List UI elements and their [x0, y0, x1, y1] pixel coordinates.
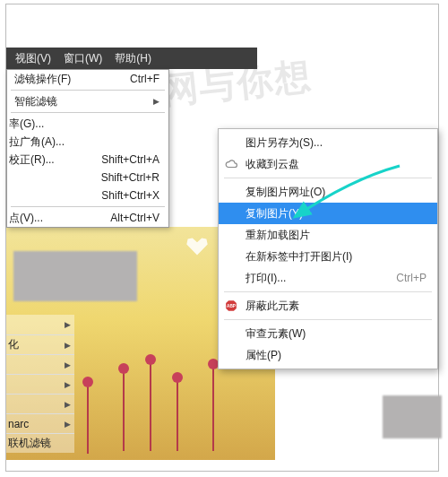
side-item-label: 联机滤镜: [8, 436, 51, 451]
menu-item[interactable]: 拉广角(A)...: [7, 133, 168, 151]
menu-item-shortcut: Shift+Ctrl+X: [101, 189, 159, 202]
ctx-save-to-cloud[interactable]: 收藏到云盘: [219, 153, 437, 175]
side-item-label: 化: [8, 337, 19, 352]
ctx-item-label: 复制图片网址(O): [246, 185, 325, 200]
flower-decoration: [177, 379, 178, 451]
side-item[interactable]: 化▶: [6, 334, 74, 354]
submenu-arrow-icon: ▶: [65, 360, 71, 369]
side-item[interactable]: narc▶: [6, 413, 74, 433]
side-item[interactable]: ▶: [6, 394, 74, 413]
side-item[interactable]: ▶: [6, 315, 74, 334]
menu-separator: [224, 178, 432, 178]
menu-separator: [224, 319, 432, 320]
app-menubar: 视图(V) 窗口(W) 帮助(H): [6, 48, 257, 69]
ctx-item-label: 重新加载图片: [246, 228, 310, 243]
menu-item-label: 拉广角(A)...: [9, 134, 65, 150]
abp-icon: ABP: [224, 299, 238, 313]
menu-item-label: 点(V)...: [9, 211, 43, 226]
menu-window[interactable]: 窗口(W): [64, 51, 102, 66]
ctx-properties[interactable]: 属性(P): [219, 344, 437, 366]
side-item[interactable]: 联机滤镜: [6, 433, 74, 453]
ctx-item-label: 收藏到云盘: [246, 157, 299, 172]
filter-dropdown-menu: 滤镜操作(F) Ctrl+F 智能滤镜 ▶ 率(G)... 拉广角(A)... …: [6, 69, 169, 228]
ctx-item-label: 属性(P): [246, 348, 281, 363]
context-menu: 图片另存为(S)... 收藏到云盘 复制图片网址(O) 复制图片(Y) 重新加载…: [218, 128, 438, 369]
ctx-inspect-element[interactable]: 审查元素(W): [219, 323, 437, 344]
censored-region: [13, 251, 137, 301]
submenu-arrow-icon: ▶: [153, 97, 159, 106]
menu-separator: [11, 112, 165, 113]
side-item-label: narc: [8, 418, 29, 430]
submenu-arrow-icon: ▶: [65, 400, 71, 409]
svg-text:ABP: ABP: [227, 304, 236, 308]
menu-smart-filter[interactable]: 智能滤镜 ▶: [7, 92, 168, 110]
menu-item-label: 校正(R)...: [9, 152, 55, 168]
menu-item-shortcut: Shift+Ctrl+R: [101, 171, 159, 184]
flower-decoration: [123, 370, 125, 451]
menu-item-label: 率(G)...: [9, 117, 44, 132]
menu-filter-operation[interactable]: 滤镜操作(F) Ctrl+F: [7, 70, 168, 88]
submenu-arrow-icon: ▶: [65, 341, 71, 350]
menu-separator: [11, 90, 165, 91]
submenu-arrow-icon: ▶: [65, 380, 71, 389]
ctx-print[interactable]: 打印(I)... Ctrl+P: [219, 267, 437, 289]
ctx-item-label: 审查元素(W): [246, 326, 306, 342]
ctx-item-label: 打印(I)...: [246, 271, 286, 286]
menu-separator: [224, 291, 432, 292]
ctx-save-image-as[interactable]: 图片另存为(S)...: [219, 132, 437, 153]
ctx-item-shortcut: Ctrl+P: [396, 272, 426, 284]
menu-item[interactable]: Shift+Ctrl+R: [7, 169, 168, 186]
menu-item-label: 滤镜操作(F): [14, 72, 71, 87]
flower-decoration: [87, 384, 89, 454]
ctx-open-in-new-tab[interactable]: 在新标签中打开图片(I): [219, 246, 437, 267]
ctx-copy-image-url[interactable]: 复制图片网址(O): [219, 181, 437, 203]
ctx-item-label: 屏蔽此元素: [246, 299, 299, 314]
side-item[interactable]: ▶: [6, 374, 74, 394]
side-item[interactable]: ▶: [6, 354, 74, 374]
submenu-arrow-icon: ▶: [65, 320, 71, 329]
menu-view[interactable]: 视图(V): [15, 51, 51, 66]
menu-separator: [11, 206, 165, 207]
flower-decoration: [212, 366, 214, 451]
ctx-item-label: 在新标签中打开图片(I): [246, 249, 352, 265]
menu-item[interactable]: Shift+Ctrl+X: [7, 186, 168, 204]
menu-item[interactable]: 校正(R)... Shift+Ctrl+A: [7, 151, 168, 169]
ctx-copy-image[interactable]: 复制图片(Y): [219, 203, 437, 224]
submenu-arrow-icon: ▶: [65, 420, 71, 429]
heart-icon: [185, 236, 209, 257]
ctx-item-label: 图片另存为(S)...: [246, 135, 323, 151]
ctx-block-element[interactable]: ABP 屏蔽此元素: [219, 295, 437, 317]
menu-help[interactable]: 帮助(H): [115, 51, 151, 66]
menu-item-shortcut: Alt+Ctrl+V: [110, 212, 159, 224]
menu-vanishing-point[interactable]: 点(V)... Alt+Ctrl+V: [7, 209, 168, 227]
menu-item[interactable]: 率(G)...: [7, 115, 168, 133]
menu-item-label: 智能滤镜: [14, 94, 57, 109]
menu-item-shortcut: Shift+Ctrl+A: [101, 153, 159, 166]
flower-decoration: [150, 361, 151, 451]
menu-item-shortcut: Ctrl+F: [130, 73, 159, 85]
ctx-reload-image[interactable]: 重新加载图片: [219, 224, 437, 246]
censored-region: [383, 395, 442, 438]
ctx-item-label: 复制图片(Y): [246, 206, 303, 221]
cloud-icon: [224, 157, 238, 171]
left-side-labels: ▶ 化▶ ▶ ▶ ▶ narc▶ 联机滤镜: [6, 315, 74, 453]
